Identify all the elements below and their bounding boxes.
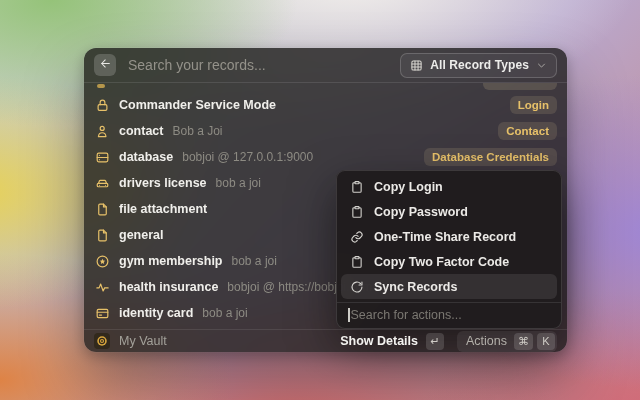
command-palette-window: Search your records... All Record Types … [84, 48, 567, 352]
lock-icon [94, 97, 110, 113]
back-button[interactable] [94, 54, 116, 76]
vault-label: My Vault [119, 334, 167, 348]
k-keycap: K [537, 333, 555, 350]
record-type-badge: Contact [498, 122, 557, 140]
pulse-icon [94, 279, 110, 295]
menu-item-one-time-share-record[interactable]: One-Time Share Record [341, 224, 557, 249]
record-title: identity card [119, 306, 193, 320]
actions-label: Actions [466, 334, 507, 348]
person-icon [94, 123, 110, 139]
menu-item-copy-login[interactable]: Copy Login [341, 174, 557, 199]
sync-icon [350, 280, 364, 294]
record-title: gym membership [119, 254, 223, 268]
server-icon [94, 149, 110, 165]
menu-item-label: Copy Two Factor Code [374, 255, 509, 269]
record-row[interactable]: Commander Service ModeLogin [84, 92, 567, 118]
enter-keycap: ↵ [426, 333, 444, 350]
actions-button[interactable]: Actions ⌘ K [457, 331, 557, 352]
record-type-badge: Login [510, 96, 557, 114]
partial-record-icon [97, 84, 105, 88]
record-subtitle: bobjoi @ 127.0.0.1:9000 [182, 150, 313, 164]
menu-item-copy-two-factor-code[interactable]: Copy Two Factor Code [341, 249, 557, 274]
record-title: health insurance [119, 280, 218, 294]
record-title: contact [119, 124, 163, 138]
cmd-keycap: ⌘ [514, 333, 533, 350]
file-icon [94, 201, 110, 217]
menu-item-copy-password[interactable]: Copy Password [341, 199, 557, 224]
file-icon [94, 227, 110, 243]
show-details-button[interactable]: Show Details [340, 334, 418, 348]
record-title: database [119, 150, 173, 164]
record-title: Commander Service Mode [119, 98, 276, 112]
record-title: general [119, 228, 163, 242]
actions-search-placeholder: Search for actions... [351, 308, 462, 322]
record-type-badge: Database Credentials [424, 148, 557, 166]
car-icon [94, 175, 110, 191]
vault-selector[interactable]: My Vault [94, 333, 167, 349]
record-subtitle: bob a joi [216, 176, 261, 190]
partial-scrolled-row [84, 83, 567, 92]
actions-context-menu: Copy LoginCopy PasswordOne-Time Share Re… [336, 170, 562, 329]
chevron-down-icon [536, 60, 547, 71]
record-row[interactable]: databasebobjoi @ 127.0.0.1:9000Database … [84, 144, 567, 170]
search-input[interactable]: Search your records... [128, 57, 400, 73]
record-subtitle: bob a joi [202, 306, 247, 320]
menu-item-label: Sync Records [374, 280, 457, 294]
footer-actions: Show Details ↵ Actions ⌘ K [340, 331, 557, 352]
record-type-filter-label: All Record Types [430, 58, 529, 72]
star-circle-icon [94, 253, 110, 269]
keeper-logo-icon [94, 333, 110, 349]
menu-item-label: Copy Password [374, 205, 468, 219]
record-subtitle: bob a joi [232, 254, 277, 268]
arrow-left-icon [99, 57, 112, 73]
search-header: Search your records... All Record Types [84, 48, 567, 82]
footer-bar: My Vault Show Details ↵ Actions ⌘ K [84, 329, 567, 352]
clipboard-icon [350, 255, 364, 269]
text-caret [348, 308, 350, 322]
link-icon [350, 230, 364, 244]
menu-item-label: Copy Login [374, 180, 443, 194]
record-title: drivers license [119, 176, 207, 190]
record-title: file attachment [119, 202, 207, 216]
menu-item-sync-records[interactable]: Sync Records [341, 274, 557, 299]
actions-search-input[interactable]: Search for actions... [337, 303, 561, 328]
record-type-filter-dropdown[interactable]: All Record Types [400, 53, 557, 78]
clipboard-icon [350, 205, 364, 219]
grid-icon [410, 59, 423, 72]
id-card-icon [94, 305, 110, 321]
record-subtitle: Bob a Joi [172, 124, 222, 138]
menu-item-label: One-Time Share Record [374, 230, 516, 244]
partial-record-badge [483, 83, 557, 90]
record-row[interactable]: contactBob a JoiContact [84, 118, 567, 144]
clipboard-icon [350, 180, 364, 194]
